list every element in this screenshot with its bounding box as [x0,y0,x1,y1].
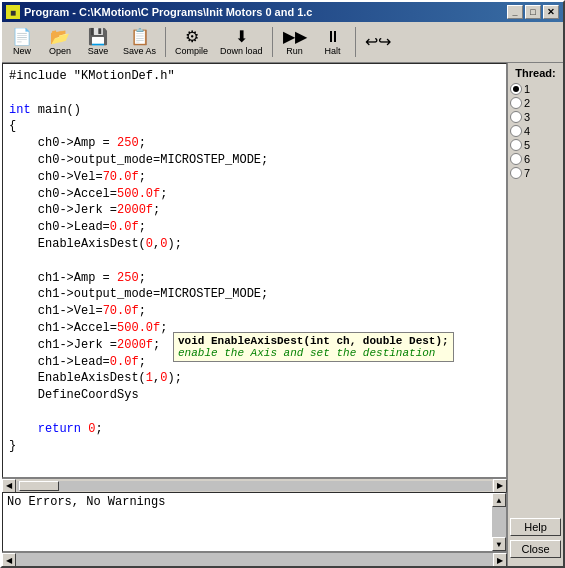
thread-radio-5[interactable]: 5 [510,139,561,151]
autocomplete-tooltip: void EnableAxisDest(int ch, double Dest)… [173,332,454,362]
output-text: No Errors, No Warnings [7,495,502,509]
minimize-button[interactable]: _ [507,5,523,19]
compile-button[interactable]: ⚙ Compile [170,24,213,60]
thread-label: Thread: [510,67,561,79]
radio-2-button[interactable] [510,97,522,109]
compile-label: Compile [175,46,208,56]
thread-radio-3[interactable]: 3 [510,111,561,123]
help-button[interactable]: Help [510,518,561,536]
maximize-button[interactable]: □ [525,5,541,19]
output-scroll-track[interactable] [492,507,506,537]
download-icon: ⬇ [235,29,248,45]
code-hscrollbar[interactable]: ◀ ▶ [2,478,507,492]
saveas-label: Save As [123,46,156,56]
radio-4-button[interactable] [510,125,522,137]
hscroll-right-button[interactable]: ▶ [493,479,507,493]
new-label: New [13,46,31,56]
save-label: Save [88,46,109,56]
code-line-21 [9,404,500,421]
new-button[interactable]: 📄 New [4,24,40,60]
editor-panel: #include "KMotionDef.h" int main() { ch0… [2,63,507,566]
main-area: #include "KMotionDef.h" int main() { ch0… [2,63,563,566]
output-hscroll-right-button[interactable]: ▶ [493,553,507,566]
output-hscroll-left-button[interactable]: ◀ [2,553,16,566]
code-editor[interactable]: #include "KMotionDef.h" int main() { ch0… [2,63,507,478]
open-button[interactable]: 📂 Open [42,24,78,60]
code-line-6: ch0->output_mode=MICROSTEP_MODE; [9,152,500,169]
thread-radio-6[interactable]: 6 [510,153,561,165]
tooltip-description: enable the Axis and set the destination [178,347,449,359]
output-panel: No Errors, No Warnings ▲ ▼ [2,492,507,552]
hscroll-left-button[interactable]: ◀ [2,479,16,493]
radio-4-label: 4 [524,125,530,137]
main-window: ■ Program - C:\KMotion\C Programs\Init M… [0,0,565,568]
thread-radio-7[interactable]: 7 [510,167,561,179]
code-line-9: ch0->Jerk =2000f; [9,202,500,219]
compile-icon: ⚙ [185,29,199,45]
radio-1-button[interactable] [510,83,522,95]
code-line-22: return 0; [9,421,500,438]
radio-6-button[interactable] [510,153,522,165]
thread-radio-4[interactable]: 4 [510,125,561,137]
save-button[interactable]: 💾 Save [80,24,116,60]
save-icon: 💾 [88,29,108,45]
download-button[interactable]: ⬇ Down load [215,24,268,60]
code-line-10: ch0->Lead=0.0f; [9,219,500,236]
window-icon: ■ [6,5,20,19]
thread-radio-1[interactable]: 1 [510,83,561,95]
code-line-12 [9,253,500,270]
radio-7-label: 7 [524,167,530,179]
halt-button[interactable]: ⏸ Halt [315,24,351,60]
saveas-button[interactable]: 📋 Save As [118,24,161,60]
code-line-20: DefineCoordSys [9,387,500,404]
thread-radio-2[interactable]: 2 [510,97,561,109]
code-line-19: EnableAxisDest(1,0); [9,370,500,387]
run-button[interactable]: ▶▶ Run [277,24,313,60]
code-line-7: ch0->Vel=70.0f; [9,169,500,186]
radio-1-label: 1 [524,83,530,95]
hscroll-track[interactable] [17,481,492,491]
open-label: Open [49,46,71,56]
code-line-15: ch1->Vel=70.0f; [9,303,500,320]
restart-button[interactable]: ↩↪ [360,24,396,60]
output-hscroll-track[interactable] [16,553,493,566]
tooltip-fn-sig: void EnableAxisDest(int ch, double Dest)… [178,335,449,347]
open-icon: 📂 [50,29,70,45]
output-scroll-up-button[interactable]: ▲ [492,493,506,507]
hscroll-thumb[interactable] [19,481,59,491]
toolbar-separator-1 [165,27,166,57]
output-vscrollbar[interactable]: ▲ ▼ [492,493,506,551]
halt-label: Halt [325,46,341,56]
thread-radio-group: 1 2 3 4 5 [510,83,561,179]
code-line-3: int main() [9,102,500,119]
code-line-2 [9,85,500,102]
saveas-icon: 📋 [130,29,150,45]
side-panel: Thread: 1 2 3 4 [507,63,563,566]
window-title: Program - C:\KMotion\C Programs\Init Mot… [24,6,507,18]
toolbar-separator-2 [272,27,273,57]
new-icon: 📄 [12,29,32,45]
run-label: Run [286,46,303,56]
radio-5-label: 5 [524,139,530,151]
code-line-8: ch0->Accel=500.0f; [9,186,500,203]
radio-7-button[interactable] [510,167,522,179]
toolbar-separator-3 [355,27,356,57]
output-hscrollbar[interactable]: ◀ ▶ [2,552,507,566]
code-line-14: ch1->output_mode=MICROSTEP_MODE; [9,286,500,303]
run-icon: ▶▶ [283,29,307,45]
code-line-5: ch0->Amp = 250; [9,135,500,152]
radio-3-button[interactable] [510,111,522,123]
code-line-1: #include "KMotionDef.h" [9,68,500,85]
close-button[interactable]: ✕ [543,5,559,19]
title-bar: ■ Program - C:\KMotion\C Programs\Init M… [2,2,563,22]
code-line-23: } [9,438,500,455]
radio-2-label: 2 [524,97,530,109]
close-button-side[interactable]: Close [510,540,561,558]
code-line-4: { [9,118,500,135]
restart-icon: ↩↪ [365,34,391,50]
halt-icon: ⏸ [325,29,341,45]
output-scroll-down-button[interactable]: ▼ [492,537,506,551]
download-label: Down load [220,46,263,56]
radio-5-button[interactable] [510,139,522,151]
title-bar-buttons: _ □ ✕ [507,5,559,19]
